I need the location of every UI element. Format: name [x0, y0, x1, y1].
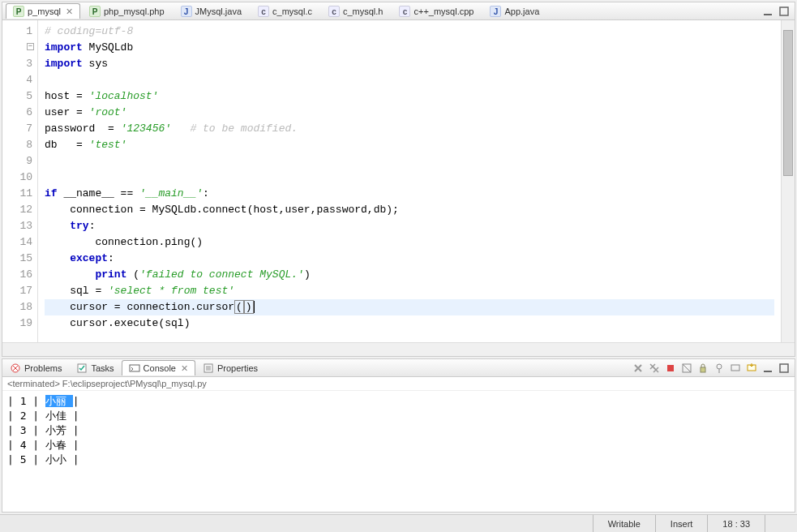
- code-line[interactable]: if __name__ == '__main__':: [45, 186, 774, 202]
- console-row[interactable]: | 3 | 小芳 |: [7, 423, 790, 438]
- editor-tab-c_mysql-h[interactable]: cc_mysql.h: [321, 3, 391, 19]
- code-line[interactable]: # coding=utf-8: [45, 24, 774, 40]
- scroll-lock-icon[interactable]: [697, 363, 709, 374]
- view-tab-tasks[interactable]: Tasks: [69, 360, 121, 375]
- close-icon[interactable]: ✕: [66, 6, 73, 17]
- code-line[interactable]: cursor.execute(sql): [45, 315, 774, 332]
- code-line[interactable]: [45, 169, 774, 186]
- view-tab-label: Problems: [24, 363, 62, 373]
- line-number: 18: [6, 299, 32, 315]
- code-line[interactable]: connection.ping(): [45, 234, 774, 251]
- views-region: ProblemsTasksConsole✕Properties <termina…: [2, 358, 795, 513]
- console-row[interactable]: | 2 | 小佳 |: [7, 409, 790, 423]
- editor-tab-app-java[interactable]: JApp.java: [482, 3, 546, 19]
- view-tab-problems[interactable]: Problems: [2, 360, 69, 375]
- code-line[interactable]: import MySQLdb: [45, 40, 774, 56]
- code-line[interactable]: user = 'root': [45, 105, 774, 121]
- view-tab-console[interactable]: Console✕: [122, 360, 195, 375]
- code-line[interactable]: cursor = connection.cursor(): [45, 299, 774, 315]
- line-number: 5: [6, 88, 32, 105]
- minimize-icon[interactable]: [762, 6, 773, 17]
- line-number: 17: [6, 283, 32, 299]
- line-number: 1: [6, 24, 32, 40]
- file-type-icon: c: [399, 6, 410, 17]
- view-tab-label: Properties: [217, 363, 258, 373]
- editor-tab-c_mysql-c[interactable]: cc_mysql.c: [251, 3, 319, 19]
- line-number: 13: [6, 218, 32, 234]
- line-number: 4: [6, 72, 32, 88]
- code-line[interactable]: host = 'localhost': [45, 88, 774, 105]
- svg-rect-0: [764, 14, 772, 15]
- code-line[interactable]: import sys: [45, 56, 774, 72]
- console-output[interactable]: | 1 | 小丽 || 2 | 小佳 || 3 | 小芳 || 4 | 小春 |…: [2, 391, 795, 512]
- properties-icon: [203, 363, 214, 374]
- status-cursor-position: 18 : 33: [707, 515, 765, 532]
- scrollbar-thumb[interactable]: [783, 30, 793, 176]
- editor-tab-jmysql-java[interactable]: JJMysql.java: [174, 3, 249, 19]
- svg-rect-6: [667, 365, 674, 371]
- line-number: 8: [6, 137, 32, 153]
- svg-rect-1: [780, 7, 788, 15]
- console-icon: [129, 363, 140, 374]
- code-line[interactable]: try:: [45, 218, 774, 234]
- fold-toggle-icon[interactable]: −: [27, 43, 34, 50]
- code-line[interactable]: db = 'test': [45, 137, 774, 153]
- horizontal-scrollbar[interactable]: [2, 342, 795, 356]
- console-toolbar: [632, 363, 795, 374]
- pin-console-icon[interactable]: [713, 363, 725, 374]
- file-type-icon: P: [89, 6, 101, 17]
- editor-tab-php_mysql-php[interactable]: Pphp_mysql.php: [82, 3, 172, 19]
- line-number: 14: [6, 234, 32, 251]
- line-number: 2−: [6, 40, 32, 56]
- line-number-gutter: 12−345678910111213141516171819: [2, 20, 38, 342]
- clear-console-icon[interactable]: [681, 363, 692, 374]
- tab-label: App.java: [504, 6, 539, 16]
- editor-tab-c-_mysql-cpp[interactable]: cc++_mysql.cpp: [392, 3, 481, 19]
- display-console-icon[interactable]: [730, 363, 741, 374]
- editor-tab-p_mysql[interactable]: Pp_mysql✕: [6, 3, 80, 19]
- console-row[interactable]: | 1 | 小丽 |: [7, 394, 790, 409]
- svg-rect-10: [731, 365, 739, 371]
- line-number: 10: [6, 169, 32, 186]
- view-tab-label: Console: [144, 363, 176, 373]
- console-row[interactable]: | 4 | 小春 |: [7, 438, 790, 453]
- status-empty: [765, 515, 797, 532]
- view-tab-properties[interactable]: Properties: [195, 360, 265, 375]
- close-icon[interactable]: ✕: [181, 363, 188, 374]
- code-line[interactable]: except:: [45, 251, 774, 267]
- svg-rect-8: [701, 367, 705, 372]
- maximize-icon[interactable]: [778, 6, 790, 17]
- code-line[interactable]: connection = MySQLdb.connect(host,user,p…: [45, 202, 774, 218]
- line-number: 12: [6, 202, 32, 218]
- code-line[interactable]: print ('failed to connect MySQL.'): [45, 267, 774, 283]
- vertical-scrollbar[interactable]: [781, 20, 795, 342]
- line-number: 3: [6, 56, 32, 72]
- file-type-icon: c: [258, 6, 269, 17]
- minimize-view-icon[interactable]: [762, 363, 773, 374]
- open-console-icon[interactable]: [746, 363, 757, 374]
- file-type-icon: J: [181, 6, 192, 17]
- tasks-icon: [76, 363, 88, 374]
- tab-label: php_mysql.php: [104, 6, 165, 16]
- svg-rect-12: [764, 371, 772, 372]
- editor-region: Pp_mysql✕Pphp_mysql.phpJJMysql.javacc_my…: [2, 2, 795, 357]
- maximize-view-icon[interactable]: [778, 363, 790, 374]
- view-tab-label: Tasks: [91, 363, 114, 373]
- editor-tab-bar: Pp_mysql✕Pphp_mysql.phpJJMysql.javacc_my…: [2, 2, 795, 20]
- line-number: 6: [6, 105, 32, 121]
- code-line[interactable]: password = '123456' # to be modified.: [45, 121, 774, 137]
- remove-launch-icon[interactable]: [632, 363, 644, 374]
- line-number: 11: [6, 186, 32, 202]
- remove-all-icon[interactable]: [649, 363, 660, 374]
- terminate-icon[interactable]: [665, 363, 676, 374]
- code-editor[interactable]: # coding=utf-8import MySQLdbimport sysho…: [38, 20, 781, 342]
- line-number: 9: [6, 153, 32, 169]
- editor-area: 12−345678910111213141516171819 # coding=…: [2, 20, 795, 342]
- code-line[interactable]: [45, 72, 774, 88]
- code-line[interactable]: sql = 'select * from test': [45, 283, 774, 299]
- line-number: 7: [6, 121, 32, 137]
- status-bar: Writable Insert 18 : 33: [0, 514, 797, 532]
- tab-label: c_mysql.h: [343, 6, 384, 16]
- code-line[interactable]: [45, 153, 774, 169]
- console-row[interactable]: | 5 | 小小 |: [7, 453, 790, 467]
